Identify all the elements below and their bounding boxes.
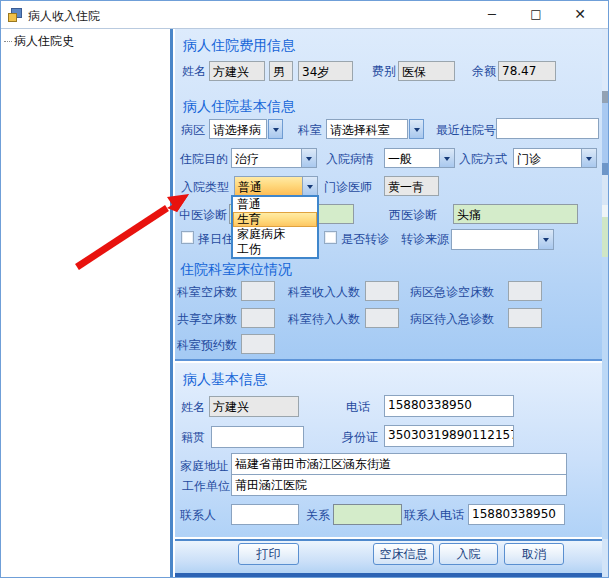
origin-input[interactable]	[211, 426, 304, 448]
address-label: 家庭地址	[180, 459, 228, 473]
title-bar: 病人收入住院 ─ □ ✕	[1, 1, 609, 29]
bed-field-reserved[interactable]	[241, 334, 275, 354]
recent-no-label: 最近住院号	[436, 123, 496, 137]
condition-label: 入院病情	[326, 152, 374, 166]
recent-no-input[interactable]	[496, 118, 599, 139]
balance-field[interactable]: 78.47	[498, 61, 556, 81]
relation-field[interactable]	[333, 504, 402, 525]
western-diagnosis-field[interactable]: 头痛	[453, 204, 578, 224]
bed-label-er-empty: 病区急诊空床数	[410, 285, 494, 299]
fee-section-header: 病人住院费用信息	[183, 37, 295, 55]
chevron-down-icon	[301, 149, 316, 167]
tcm-diagnosis-label: 中医诊断	[179, 208, 227, 222]
chevron-down-icon	[302, 177, 317, 195]
origin-label: 籍贯	[181, 430, 205, 444]
phone-label: 电话	[346, 400, 370, 414]
sidebar-item-history[interactable]: 病人住院史	[4, 33, 74, 50]
referral-checkbox[interactable]	[324, 231, 337, 244]
doctor-field[interactable]: 黄一青	[384, 176, 439, 196]
bed-label-admitted: 科室收入人数	[288, 285, 360, 299]
western-diagnosis-label: 西医诊断	[389, 208, 437, 222]
bed-field-shared[interactable]	[241, 308, 275, 328]
dropdown-option-putong[interactable]: 普通	[233, 197, 317, 212]
patient-name-field[interactable]: 方建兴	[209, 396, 299, 417]
type-dropdown-list: 普通 生育 家庭病床 工伤	[231, 195, 319, 259]
bed-field-admitted[interactable]	[365, 281, 399, 301]
ward-dropdown-icon[interactable]	[268, 119, 283, 139]
address-input[interactable]: 福建省莆田市涵江区涵东街道	[231, 453, 567, 475]
dropdown-option-jiating[interactable]: 家庭病床	[233, 227, 317, 242]
dept-dropdown-icon[interactable]	[409, 119, 424, 139]
maximize-icon[interactable]: □	[519, 1, 553, 28]
bed-field-empty[interactable]	[241, 281, 275, 301]
contact-input[interactable]	[231, 504, 299, 525]
bed-section-header: 住院科室床位情况	[180, 261, 292, 279]
sidebar-tree: 病人住院史	[1, 29, 173, 578]
bed-field-pending[interactable]	[365, 308, 399, 328]
balance-label: 余额	[472, 64, 496, 78]
mode-label: 入院方式	[459, 152, 507, 166]
admission-section-header: 病人住院基本信息	[183, 98, 295, 116]
doctor-label: 门诊医师	[324, 180, 372, 194]
dropdown-option-shengyu[interactable]: 生育	[233, 212, 317, 227]
age-field[interactable]: 34岁	[298, 61, 353, 81]
bed-field-er-pending[interactable]	[508, 308, 542, 328]
mode-select[interactable]: 门诊	[513, 148, 597, 168]
id-input[interactable]: 350303198901121574	[384, 425, 514, 447]
chevron-down-icon	[581, 149, 596, 167]
minimize-icon[interactable]: ─	[475, 1, 509, 28]
chevron-down-icon	[538, 230, 553, 249]
contact-phone-input[interactable]: 15880338950	[468, 504, 565, 525]
contact-phone-label: 联系人电话	[404, 508, 464, 522]
name-label: 姓名	[182, 64, 206, 78]
app-icon	[8, 8, 22, 22]
patient-section-header: 病人基本信息	[183, 371, 267, 389]
clipped-right-strip	[602, 29, 609, 578]
contact-label: 联系人	[180, 508, 216, 522]
window-title: 病人收入住院	[28, 8, 100, 25]
tree-dash-icon	[4, 41, 12, 42]
dropdown-option-gongshang[interactable]: 工伤	[233, 242, 317, 257]
relation-label: 关系	[306, 508, 330, 522]
patient-name-label: 姓名	[181, 400, 205, 414]
admit-button[interactable]: 入院	[439, 543, 498, 565]
purpose-label: 住院目的	[180, 152, 228, 166]
bed-label-pending: 科室待入人数	[288, 312, 360, 326]
type-select[interactable]: 普通	[234, 176, 318, 196]
print-button[interactable]: 打印	[238, 543, 299, 565]
ward-label: 病区	[181, 123, 205, 137]
ward-select[interactable]: 请选择病	[209, 119, 267, 139]
employer-input[interactable]: 莆田涵江医院	[231, 474, 567, 496]
id-label: 身份证	[342, 430, 378, 444]
dept-label: 科室	[298, 123, 322, 137]
bed-info-button[interactable]: 空床信息	[373, 543, 434, 565]
referral-source-select[interactable]	[451, 229, 554, 250]
schedule-checkbox[interactable]	[181, 231, 194, 244]
employer-label: 工作单位	[182, 479, 230, 493]
chevron-down-icon	[439, 149, 454, 167]
window-bottom-edge	[175, 573, 609, 578]
bed-label-reserved: 科室预约数	[177, 338, 237, 352]
window: 病人收入住院 ─ □ ✕ 病人住院史 病人住院费用信息 姓名 方建兴 男 34岁…	[0, 0, 609, 578]
referral-label: 是否转诊	[341, 232, 389, 246]
bed-field-er-empty[interactable]	[508, 281, 542, 301]
schedule-label: 择日住	[198, 232, 234, 246]
cancel-button[interactable]: 取消	[504, 543, 564, 565]
gender-field[interactable]: 男	[269, 61, 293, 81]
phone-input[interactable]: 15880338950	[384, 395, 514, 417]
referral-source-label: 转诊来源	[401, 232, 449, 246]
bed-label-er-pending: 病区待入急诊数	[410, 312, 494, 326]
type-label: 入院类型	[181, 180, 229, 194]
close-icon[interactable]: ✕	[563, 1, 597, 28]
fee-type-label: 费别	[372, 64, 396, 78]
dept-select[interactable]: 请选择科室	[326, 119, 408, 139]
name-field[interactable]: 方建兴	[209, 61, 265, 81]
bed-label-empty: 科室空床数	[177, 285, 237, 299]
bed-label-shared: 共享空床数	[177, 312, 237, 326]
fee-type-field[interactable]: 医保	[398, 61, 455, 81]
purpose-select[interactable]: 治疗	[231, 148, 317, 168]
condition-select[interactable]: 一般	[384, 148, 455, 168]
